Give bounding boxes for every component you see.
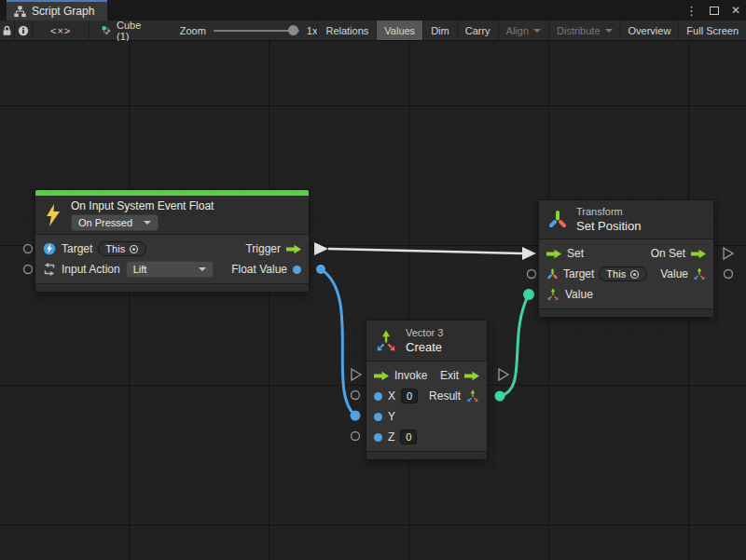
y-value-dot-icon[interactable] (374, 413, 382, 421)
value-input-port-connected[interactable] (523, 289, 534, 300)
event-action-row: Input Action Lift Float Value (35, 259, 309, 280)
flow-arrow-icon[interactable] (691, 249, 706, 259)
distribute-button[interactable]: Distribute (548, 20, 619, 40)
transform-target-object-field[interactable]: This (599, 266, 647, 281)
flow-arrow-icon[interactable] (464, 371, 479, 381)
event-action-label: Input Action (62, 263, 120, 276)
dim-button[interactable]: Dim (422, 20, 457, 40)
event-node-title: On Input System Event Float (71, 199, 214, 212)
z-input-port[interactable] (352, 432, 360, 441)
values-label: Values (384, 25, 415, 36)
relations-label: Relations (325, 25, 368, 36)
x-value-field[interactable]: 0 (401, 389, 418, 403)
event-target-input-port[interactable] (24, 245, 33, 253)
node-vector3-create[interactable]: Vector 3 Create Invoke Exit (366, 320, 488, 460)
flow-arrow-icon[interactable] (374, 371, 389, 381)
node-transform-set-position[interactable]: Transform Set Position Set On Set (538, 199, 714, 318)
vector3-category: Vector 3 (406, 327, 443, 338)
event-target-row: Target This Trigger (35, 239, 309, 259)
transform-node-body: Set On Set Target This (539, 239, 713, 308)
float-value-dot-icon[interactable] (293, 266, 301, 274)
vector3-mini-icon (546, 288, 560, 301)
align-button[interactable]: Align (498, 20, 548, 40)
wire-floatvalue-to-y (321, 269, 355, 416)
tab-script-graph[interactable]: Script Graph (7, 0, 107, 20)
x-value-dot-icon[interactable] (374, 392, 382, 401)
result-output-port[interactable] (495, 391, 505, 402)
vector3-x-row: X 0 Result (366, 386, 487, 406)
overview-label: Overview (629, 25, 671, 36)
window-controls: ⋮ ✕ (685, 0, 740, 20)
z-value-field[interactable]: 0 (400, 430, 417, 444)
z-value-dot-icon[interactable] (374, 433, 382, 442)
flow-arrow-icon[interactable] (286, 244, 301, 254)
script-graph-window: Script Graph ⋮ ✕ <×> (0, 0, 746, 560)
full-screen-label: Full Screen (686, 25, 739, 36)
transform-target-row: Target This Value (539, 264, 713, 284)
zoom-slider-handle[interactable] (288, 25, 298, 35)
values-button[interactable]: Values (376, 20, 422, 40)
transform-mini-icon (546, 268, 559, 280)
node-on-input-system-event-float[interactable]: On Input System Event Float On Pressed T… (35, 189, 310, 293)
overview-button[interactable]: Overview (620, 20, 679, 40)
align-label: Align (506, 25, 529, 36)
window-menu-icon[interactable]: ⋮ (685, 5, 698, 17)
vector3-y-row: Y (366, 406, 487, 427)
event-mode-dropdown[interactable]: On Pressed (71, 214, 159, 231)
toolbar-right-group: Relations Values Dim Carry Align Distrib… (317, 20, 746, 40)
lock-button[interactable] (0, 20, 15, 40)
lock-icon (2, 25, 12, 36)
zoom-label: Zoom (180, 25, 206, 36)
graph-icon (14, 6, 26, 18)
chevron-down-icon (199, 267, 206, 271)
zoom-slider[interactable] (214, 30, 299, 32)
graph-canvas[interactable]: On Input System Event Float On Pressed T… (0, 41, 746, 560)
onset-output-port[interactable] (724, 248, 733, 259)
invoke-input-port[interactable] (352, 369, 361, 380)
exit-output-port[interactable] (499, 369, 508, 380)
event-target-object-field[interactable]: This (98, 241, 146, 256)
wire-result-to-value (500, 294, 529, 396)
maximize-icon[interactable] (710, 7, 719, 15)
carry-button[interactable]: Carry (457, 20, 498, 40)
object-picker-icon[interactable] (129, 244, 139, 254)
chevron-down-icon (605, 29, 613, 33)
transform-category: Transform (576, 206, 641, 217)
x-input-port[interactable] (352, 391, 360, 400)
input-action-dropdown[interactable]: Lift (126, 261, 214, 278)
vector3-mini-icon[interactable] (693, 267, 706, 280)
dim-label: Dim (431, 25, 449, 36)
info-button[interactable] (15, 20, 33, 40)
graph-target-breadcrumb[interactable]: Cube (1) (102, 20, 145, 40)
zoom-value: 1x (307, 25, 318, 36)
event-node-header: On Input System Event Float On Pressed (35, 196, 309, 235)
event-action-input-port[interactable] (24, 266, 33, 274)
chevron-down-icon (144, 221, 151, 225)
z-label: Z (388, 430, 394, 444)
script-graph-icon (102, 24, 111, 36)
transform-value-output-port[interactable] (725, 270, 733, 279)
float-value-output-port[interactable] (316, 265, 325, 274)
graph-target-label: Cube (1) (117, 20, 146, 42)
relations-button[interactable]: Relations (317, 20, 376, 40)
object-picker-icon[interactable] (629, 269, 640, 280)
code-view-button[interactable]: <×> (33, 20, 90, 40)
full-screen-button[interactable]: Full Screen (678, 20, 746, 40)
chevron-down-icon (533, 29, 541, 33)
close-icon[interactable]: ✕ (731, 5, 740, 16)
vector3-mini-icon[interactable] (466, 389, 479, 403)
tab-title: Script Graph (32, 5, 94, 18)
lightning-bolt-icon (44, 203, 62, 227)
float-value-label: Float Value (231, 263, 287, 276)
transform-target-value: This (606, 268, 626, 280)
flow-arrow-icon[interactable] (546, 249, 561, 259)
graph-toolbar: <×> Cube (1) Zoom 1x Relations Values Di… (0, 20, 746, 41)
event-node-footer (35, 283, 309, 292)
trigger-output-port[interactable] (314, 242, 328, 255)
vector3-node-header: Vector 3 Create (366, 321, 487, 362)
info-icon (18, 25, 29, 36)
trigger-label: Trigger (245, 242, 281, 255)
transform-target-input-port[interactable] (528, 270, 536, 279)
vector3-z-row: Z 0 (366, 427, 487, 447)
y-input-port-connected[interactable] (351, 411, 361, 421)
